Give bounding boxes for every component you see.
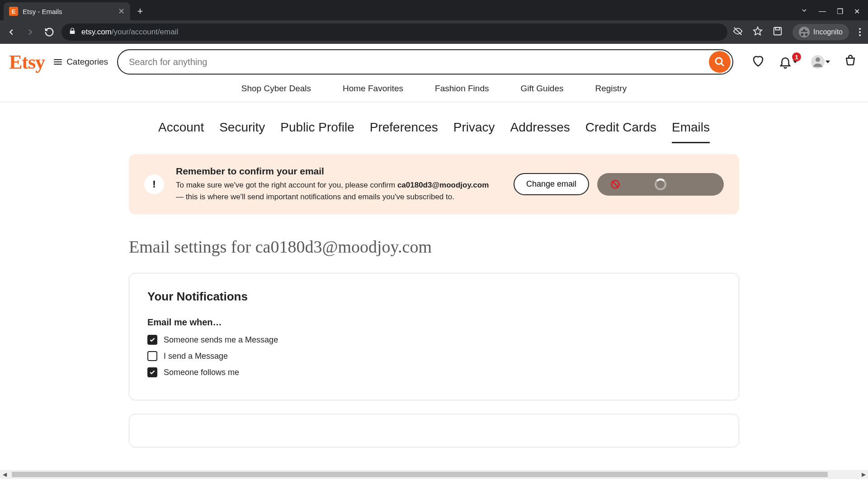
- card-title: Your Notifications: [147, 290, 721, 304]
- window-close-icon[interactable]: ✕: [854, 7, 860, 16]
- url-field[interactable]: etsy.com/your/account/email: [61, 23, 727, 41]
- horizontal-scrollbar[interactable]: ◀ ▶: [0, 470, 868, 479]
- site-subnav: Shop Cyber Deals Home Favorites Fashion …: [0, 80, 868, 102]
- svg-point-6: [816, 57, 820, 62]
- not-allowed-icon: [611, 180, 620, 189]
- incognito-icon: [799, 27, 810, 38]
- change-email-button[interactable]: Change email: [514, 173, 589, 195]
- titlebar: E Etsy - Emails ✕ + — ❐ ✕: [0, 0, 868, 20]
- site-header: Etsy Categories 1: [0, 44, 868, 80]
- tab-emails[interactable]: Emails: [672, 120, 710, 143]
- loading-spinner-icon: [655, 178, 666, 190]
- incognito-badge[interactable]: Incognito: [793, 24, 849, 40]
- checkbox[interactable]: [147, 335, 157, 345]
- subnav-link[interactable]: Shop Cyber Deals: [241, 84, 311, 94]
- reload-button[interactable]: [42, 25, 56, 39]
- incognito-label: Incognito: [813, 28, 843, 36]
- alert-title: Remember to confirm your email: [176, 166, 502, 177]
- svg-point-4: [716, 58, 722, 64]
- tab-account[interactable]: Account: [158, 120, 204, 143]
- page-viewport: Etsy Categories 1: [0, 44, 868, 479]
- svg-rect-2: [774, 28, 782, 35]
- profile-avatar-icon: [811, 55, 825, 69]
- check-icon: [149, 337, 156, 343]
- alert-body: To make sure we've got the right account…: [176, 179, 492, 202]
- new-tab-button[interactable]: +: [133, 4, 147, 19]
- categories-label: Categories: [66, 57, 108, 67]
- check-icon: [149, 369, 156, 375]
- svg-rect-3: [775, 28, 779, 30]
- tab-credit-cards[interactable]: Credit Cards: [585, 120, 656, 143]
- svg-line-5: [721, 63, 724, 66]
- hamburger-icon: [54, 59, 62, 65]
- window-maximize-icon[interactable]: ❐: [837, 7, 843, 16]
- tab-favicon: E: [9, 7, 18, 16]
- tracking-blocked-icon[interactable]: [733, 26, 743, 38]
- browser-tab[interactable]: E Etsy - Emails ✕: [4, 2, 130, 20]
- search-bar[interactable]: [117, 49, 733, 75]
- etsy-logo[interactable]: Etsy: [9, 51, 45, 74]
- browser-menu-icon[interactable]: [859, 28, 861, 36]
- install-app-icon[interactable]: [773, 26, 783, 38]
- search-input[interactable]: [129, 57, 709, 67]
- url-text: etsy.com/your/account/email: [81, 28, 178, 37]
- notifications-badge: 1: [792, 52, 801, 61]
- scrollbar-thumb[interactable]: [12, 472, 828, 477]
- notifications-subhead: Email me when…: [147, 317, 721, 328]
- bell-icon: [778, 55, 792, 69]
- svg-marker-1: [754, 27, 762, 35]
- tabs-dropdown-icon[interactable]: [801, 7, 808, 16]
- checkbox-row[interactable]: Someone sends me a Message: [147, 335, 721, 345]
- notifications-card: Your Notifications Email me when… Someon…: [129, 273, 739, 400]
- checkbox-label: Someone follows me: [164, 368, 239, 377]
- caret-down-icon: [826, 61, 830, 63]
- checkbox-row[interactable]: Someone follows me: [147, 367, 721, 377]
- tab-privacy[interactable]: Privacy: [453, 120, 495, 143]
- subnav-link[interactable]: Gift Guides: [520, 84, 563, 94]
- tab-addresses[interactable]: Addresses: [510, 120, 570, 143]
- scroll-right-icon[interactable]: ▶: [859, 471, 868, 478]
- email-settings-heading: Email settings for ca0180d3@moodjoy.com: [129, 237, 739, 257]
- bookmark-star-icon[interactable]: [753, 26, 763, 38]
- next-card: [129, 414, 739, 447]
- checkbox-row[interactable]: I send a Message: [147, 351, 721, 361]
- cart-icon[interactable]: [844, 54, 857, 70]
- subnav-link[interactable]: Home Favorites: [343, 84, 403, 94]
- scrollbar-track[interactable]: [9, 471, 859, 478]
- tab-close-icon[interactable]: ✕: [118, 6, 125, 16]
- forward-button[interactable]: [24, 25, 37, 39]
- browser-chrome: E Etsy - Emails ✕ + — ❐ ✕: [0, 0, 868, 44]
- search-button[interactable]: [709, 51, 731, 73]
- notifications-button[interactable]: 1: [778, 55, 797, 69]
- lock-icon: [69, 28, 76, 37]
- profile-menu-button[interactable]: [811, 55, 830, 69]
- tab-security[interactable]: Security: [219, 120, 265, 143]
- confirm-email-alert: ! Remember to confirm your email To make…: [129, 154, 739, 214]
- window-controls: — ❐ ✕: [801, 7, 868, 20]
- address-bar: etsy.com/your/account/email Incognito: [0, 20, 868, 44]
- search-icon: [714, 56, 725, 67]
- checkbox-label: I send a Message: [164, 352, 228, 361]
- tab-preferences[interactable]: Preferences: [370, 120, 438, 143]
- window-minimize-icon[interactable]: —: [819, 7, 826, 15]
- scroll-left-icon[interactable]: ◀: [0, 471, 9, 478]
- checkbox-label: Someone sends me a Message: [164, 335, 278, 345]
- back-button[interactable]: [5, 25, 18, 39]
- subnav-link[interactable]: Fashion Finds: [435, 84, 489, 94]
- subnav-link[interactable]: Registry: [595, 84, 627, 94]
- alert-warning-icon: !: [144, 174, 164, 194]
- tab-title: Etsy - Emails: [23, 8, 113, 15]
- checkbox[interactable]: [147, 351, 157, 361]
- categories-button[interactable]: Categories: [54, 57, 108, 67]
- tab-public-profile[interactable]: Public Profile: [280, 120, 354, 143]
- confirm-email-button[interactable]: [597, 173, 724, 196]
- checkbox[interactable]: [147, 367, 157, 377]
- account-tabs: Account Security Public Profile Preferen…: [0, 102, 868, 143]
- favorites-icon[interactable]: [751, 54, 765, 70]
